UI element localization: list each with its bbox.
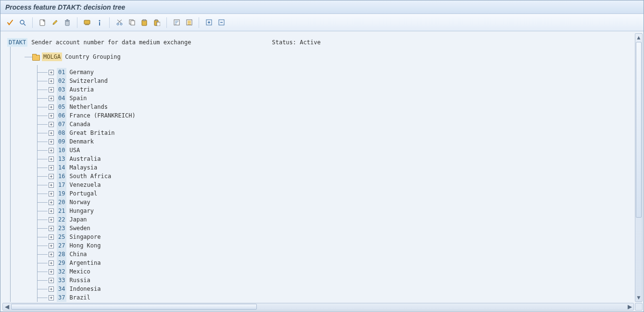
leaf-desc: Mexico — [69, 267, 90, 276]
tree-leaf[interactable]: 28China — [49, 250, 631, 259]
scroll-right-icon[interactable]: ▶ — [626, 303, 633, 310]
analyze-icon[interactable] — [17, 17, 28, 28]
vscroll-track[interactable] — [636, 42, 642, 293]
tree-leaf[interactable]: 37Brazil — [49, 293, 631, 302]
delete-icon[interactable] — [62, 17, 73, 28]
leaf-code: 23 — [57, 224, 66, 233]
tree-leaf[interactable]: 09Denmark — [49, 137, 631, 146]
expand-box-icon[interactable] — [49, 96, 54, 101]
tree-leaf[interactable]: 05Netherlands — [49, 103, 631, 111]
leaf-desc: Austria — [69, 85, 94, 94]
expand-box-icon[interactable] — [49, 122, 54, 127]
edit-icon[interactable] — [49, 17, 61, 28]
expand-box-icon[interactable] — [49, 226, 54, 231]
tree-leaf[interactable]: 19Portugal — [49, 189, 631, 198]
expand-box-icon[interactable] — [49, 113, 54, 118]
expand-box-icon[interactable] — [49, 104, 54, 110]
expand-box-icon[interactable] — [49, 278, 54, 283]
tree-leaf[interactable]: 34Indonesia — [49, 285, 631, 293]
tree-leaf[interactable]: 03Austria — [49, 85, 631, 94]
leaf-desc: Canada — [69, 120, 90, 129]
leaf-code: 29 — [57, 259, 66, 267]
vertical-scrollbar[interactable]: ▲ ▼ — [635, 33, 643, 302]
leaf-desc: Spain — [69, 94, 87, 103]
tree-leaf[interactable]: 16South Africa — [49, 172, 631, 181]
paste-icon[interactable] — [139, 17, 150, 28]
sort-icon[interactable] — [171, 17, 182, 28]
check-icon[interactable] — [4, 17, 16, 28]
leaf-code: 02 — [57, 77, 66, 85]
scroll-left-icon[interactable]: ◀ — [3, 303, 11, 310]
tree-leaf[interactable]: 14Malaysia — [49, 163, 631, 172]
expand-box-icon[interactable] — [49, 217, 54, 222]
leaf-desc: Brazil — [69, 293, 90, 302]
tree-leaf[interactable]: 33Russia — [49, 276, 631, 285]
expand-box-icon[interactable] — [49, 191, 54, 196]
copy-icon[interactable] — [126, 17, 138, 28]
horizontal-scrollbar[interactable]: ◀ ▶ — [2, 303, 634, 311]
leaf-desc: Venezuela — [69, 181, 101, 189]
leaf-code: 33 — [57, 276, 66, 285]
info-icon[interactable] — [94, 17, 105, 28]
tree-leaf[interactable]: 02Switzerland — [49, 77, 631, 85]
tree-leaf[interactable]: 27Hong Kong — [49, 241, 631, 250]
expand-box-icon[interactable] — [49, 139, 54, 144]
vscroll-thumb[interactable] — [636, 42, 642, 218]
expand-box-icon[interactable] — [49, 156, 54, 162]
tree-leaf[interactable]: 21Hungary — [49, 207, 631, 215]
hscroll-thumb[interactable] — [11, 304, 257, 310]
branch-row[interactable]: MOLGA Country Grouping — [32, 52, 631, 61]
leaf-code: 13 — [57, 155, 66, 163]
scroll-up-icon[interactable]: ▲ — [635, 34, 642, 41]
expand-box-icon[interactable] — [49, 234, 54, 240]
leaf-code: 17 — [57, 181, 66, 189]
expand-box-icon[interactable] — [49, 78, 54, 84]
paste-special-icon[interactable] — [151, 17, 163, 28]
tree-leaf[interactable]: 22Japan — [49, 215, 631, 224]
expand-box-icon[interactable] — [49, 252, 54, 257]
create-icon[interactable] — [37, 17, 48, 28]
expand-icon[interactable] — [203, 17, 215, 28]
tree-leaf[interactable]: 10USA — [49, 146, 631, 155]
tree-leaf[interactable]: 13Australia — [49, 155, 631, 163]
expand-box-icon[interactable] — [49, 260, 54, 266]
leaf-code: 08 — [57, 129, 66, 137]
tree-leaf[interactable]: 32Mexico — [49, 267, 631, 276]
expand-box-icon[interactable] — [49, 182, 54, 188]
svg-rect-26 — [188, 21, 191, 22]
expand-box-icon[interactable] — [49, 295, 54, 300]
tree-leaf[interactable]: 25Singapore — [49, 233, 631, 241]
expand-box-icon[interactable] — [49, 200, 54, 205]
tree-leaf[interactable]: 23Sweden — [49, 224, 631, 233]
svg-rect-9 — [99, 22, 100, 26]
expand-box-icon[interactable] — [49, 165, 54, 170]
hscroll-track[interactable] — [11, 304, 625, 310]
tree-leaf[interactable]: 04Spain — [49, 94, 631, 103]
expand-box-icon[interactable] — [49, 269, 54, 274]
tree-root[interactable]: DTAKT Sender account number for data med… — [7, 38, 631, 47]
tree-leaf[interactable]: 29Argentina — [49, 259, 631, 267]
expand-box-icon[interactable] — [49, 208, 54, 214]
cut-icon[interactable] — [114, 17, 125, 28]
expand-box-icon[interactable] — [49, 87, 54, 92]
expand-box-icon[interactable] — [49, 130, 54, 136]
tree-leaf[interactable]: 07Canada — [49, 120, 631, 129]
display-icon[interactable] — [81, 17, 93, 28]
tree-leaf[interactable]: 08Great Britain — [49, 129, 631, 137]
expand-box-icon[interactable] — [49, 286, 54, 292]
leaf-desc: Portugal — [69, 189, 97, 198]
expand-box-icon[interactable] — [49, 70, 54, 75]
tree-leaf[interactable]: 06France (FRANKREICH) — [49, 111, 631, 120]
collapse-icon[interactable] — [215, 17, 227, 28]
app-window: Process feature DTAKT: decision tree www… — [0, 0, 644, 312]
leaf-desc: Australia — [69, 155, 101, 163]
tree-leaf[interactable]: 20Norway — [49, 198, 631, 207]
scroll-down-icon[interactable]: ▼ — [635, 294, 642, 301]
expand-box-icon[interactable] — [49, 243, 54, 248]
expand-box-icon[interactable] — [49, 148, 54, 153]
work-area: www.tutorialkart.com DTAKT Sender accoun… — [0, 31, 644, 312]
expand-box-icon[interactable] — [49, 174, 54, 179]
tree-leaf[interactable]: 01Germany — [49, 68, 631, 77]
tree-leaf[interactable]: 17Venezuela — [49, 181, 631, 189]
filter-icon[interactable] — [183, 17, 195, 28]
